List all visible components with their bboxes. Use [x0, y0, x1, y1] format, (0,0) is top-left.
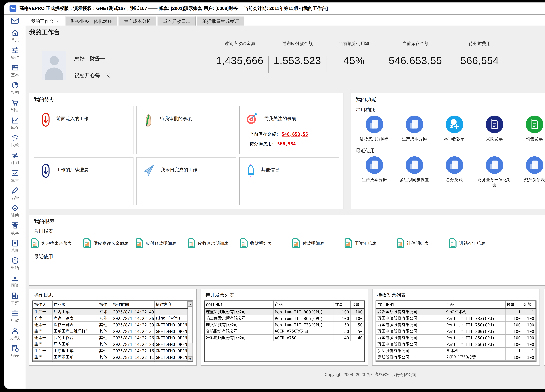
table-row[interactable]: 康旭股份有限公司 ACER V750靛蓝 100 100: [376, 354, 536, 361]
table-row[interactable]: 生产一 工序报工单 其他 2025/8/1 14:22:16 GNETDEMO …: [33, 348, 187, 354]
sidebar-item-general-ledger[interactable]: 总账: [4, 239, 25, 257]
table-row[interactable]: 联强国际股份有限公司 针式打印机 1 1: [376, 309, 536, 315]
tab-batch-voucher[interactable]: 单据批量生成凭证: [197, 16, 244, 25]
scroll-thumb[interactable]: [188, 306, 193, 343]
tab-my-workbench[interactable]: 我的工作台 ×: [25, 16, 64, 25]
tab-cost-change-log[interactable]: 成本异动日志: [158, 16, 196, 25]
report-shortcut[interactable]: 工资汇总表: [344, 238, 396, 248]
doc-icon: [405, 156, 423, 174]
report-shortcut[interactable]: 应收账款明细表: [188, 238, 240, 248]
report-shortcut[interactable]: 应付账款明细表: [135, 238, 188, 248]
scroll-up-icon[interactable]: ▲: [188, 301, 193, 306]
scroll-down-icon[interactable]: ▼: [188, 356, 193, 361]
table-row[interactable]: 仓库一 我的工作台 其他 2025/8/1 14:22:26 GNETDEMO …: [33, 335, 187, 341]
table-row[interactable]: 生产一 厂内工单 打印 2025/8/1 14:22:43: [33, 309, 187, 315]
people-network-icon: [11, 327, 19, 335]
sidebar-item-auxiliary[interactable]: 辅助: [4, 204, 25, 222]
report-shortcut[interactable]: 进销存汇总表: [449, 238, 501, 248]
fn-sales-invoice[interactable]: 销售发票: [514, 116, 545, 142]
window-title: 高格VEPRO 正式授权版，演示授权：GNET测试167，测试167 —— 账套…: [19, 5, 328, 12]
card-pending-approval[interactable]: 待我审批的事项: [136, 106, 236, 154]
fn-general-ledger[interactable]: 总分类账: [434, 156, 474, 188]
table-row[interactable]: 瑞士商爱尔莆有限公司 Pentium III 866(CPU) 100 100: [205, 315, 364, 322]
sidebar-item-planning[interactable]: 计划: [4, 151, 25, 169]
app-root: Ve 高格VEPRO 正式授权版，演示授权：GNET测试167，测试167 ——…: [0, 0, 545, 392]
fn-recent-production-cost[interactable]: 生产成本分摊: [354, 156, 394, 188]
card-other-info[interactable]: 其他信息: [239, 157, 339, 205]
report-shortcut[interactable]: 付款明细表: [292, 238, 344, 248]
card-work-progress[interactable]: 工作的后续进展: [34, 157, 134, 205]
tab-close-icon[interactable]: ×: [56, 17, 59, 25]
attention-lines: 当前库存金额:546,653,55 待分摊费用:566,554: [240, 131, 339, 147]
calendar-check-icon: [11, 169, 19, 177]
sidebar-item-cashier[interactable]: 出纳: [4, 257, 25, 274]
fn-production-cost[interactable]: 生产成本分摊: [394, 116, 434, 142]
sidebar-item-home[interactable]: 首页: [4, 29, 25, 46]
table-row[interactable]: 理文科技有限公司 Pentium III 733(CPU) 50 50: [205, 322, 364, 328]
table-row[interactable]: 万国电脑股份有限公司 Pentium III 733(CPU) 100 100: [376, 315, 536, 322]
fn-freight-allocation[interactable]: 进货费用分摊单: [354, 116, 394, 142]
table-row[interactable]: 生产一 工序派工单 其他 2025/8/1 14:22:11 GNETDEMO …: [33, 354, 187, 361]
sidebar-item-operations[interactable]: 操作: [4, 46, 25, 64]
tab-label: 成本异动日志: [163, 17, 190, 25]
tab-finance-reconcile[interactable]: 财务业务一体化对账: [65, 16, 117, 25]
card-needs-attention[interactable]: 需我关注的事项 当前库存金额:546,653,55 待分摊费用:566,554: [239, 106, 339, 154]
report-shortcut[interactable]: 收款明细表: [240, 238, 292, 248]
table-row[interactable]: 万国电脑股份有限公司 Pentium III 800(CPU) 100 100: [376, 328, 536, 335]
table-row[interactable]: 仓库一 库存一览表 功能 2025/8/1 14:22:36 Find (查询): [33, 315, 187, 322]
scrollbar[interactable]: ▲ ▼: [188, 301, 192, 361]
sidebar-item-administration[interactable]: 行政: [4, 309, 25, 327]
table-row[interactable]: 生产一 工单工序二维码打印 其他 2025/8/1 14:22:31 GNETD…: [33, 328, 187, 335]
table-row[interactable]: 合瑞股份有限公司 ACER V750珍珠白 50 50: [205, 328, 364, 335]
diamond-icon: [11, 204, 19, 212]
table-row[interactable]: 万国电脑股份有限公司 Pentium III 750(CPU) 100 100: [376, 322, 536, 328]
sidebar-item-reports[interactable]: 报表: [4, 344, 25, 362]
attention-allocation-line: 待分摊费用:566,554: [250, 141, 339, 147]
sidebar-item-basic[interactable]: 基本: [4, 64, 25, 81]
sidebar-item-fixed-assets[interactable]: 固资: [4, 274, 25, 292]
sidebar-item-inventory[interactable]: 库存: [4, 116, 25, 134]
attention-inventory-value[interactable]: 546,653,55: [282, 131, 308, 137]
card-completed-today[interactable]: 我今日完成的工作: [136, 157, 236, 205]
card-incoming-work[interactable]: 前面流入的工作: [34, 106, 134, 154]
target-dart-icon: [246, 112, 259, 127]
sidebar-item-quality[interactable]: 品管: [4, 187, 25, 204]
sidebar-item-sales[interactable]: 销售: [4, 99, 25, 116]
table-row[interactable]: 雅旭电脑股份有限公司 ACER V750 40 40: [205, 335, 364, 341]
doc-icon: [405, 116, 423, 133]
fn-multi-org-sync[interactable]: 多组织同步设置: [394, 156, 434, 188]
bell-icon: [246, 164, 256, 178]
sidebar-item-production[interactable]: 生管: [4, 169, 25, 187]
invoices-out-table: COLUMN1 产品 数量 金额 连盛科技股份有限公司 Pentium III …: [205, 301, 364, 341]
panel-invoices-out-title: 待开发票列表: [201, 289, 368, 299]
functions-recent-row: 生产成本分摊 多组织同步设置 总分类账 财务业务一体化对账: [351, 156, 545, 188]
page-title: 我的工作台: [29, 29, 60, 37]
titlebar-divider: [4, 14, 545, 15]
mail-icon[interactable]: [4, 15, 25, 25]
table-row[interactable]: 仓库一 库存一览表 其他 2025/8/1 14:22:33 GNETDEMO …: [33, 322, 187, 328]
table-row[interactable]: 生产一 厂内工单 其他 2025/8/1 14:22:23 GNETDEMO O…: [33, 341, 187, 348]
fn-balance-sheet[interactable]: 资产负债表: [514, 156, 545, 188]
sidebar-item-accounts[interactable]: 帐款: [4, 134, 25, 151]
table-row[interactable]: 生产一 我的工作台 其他 2025/8/1 14:22:07 GNETDEMO …: [33, 361, 187, 362]
sidebar-nav: 首页 操作 基本 采购 销售 库存: [4, 25, 25, 389]
table-row[interactable]: 万国电脑股份有限公司 Pentium III 866(CPU) 100 100: [376, 341, 536, 348]
fn-purchase-invoice[interactable]: 采购发票: [474, 116, 514, 142]
sidebar-item-purchasing[interactable]: 采购: [4, 81, 25, 99]
sidebar-item-execution[interactable]: 执行力: [4, 327, 25, 344]
report-shortcut[interactable]: 客户往来余额表: [31, 238, 83, 248]
attention-allocation-value[interactable]: 566,554: [277, 141, 296, 146]
tab-production-cost[interactable]: 生产成本分摊: [118, 16, 156, 25]
panel-reports: 我的报表 常用报表 客户往来余额表 供应商往来余额表 应付账款明细表: [29, 215, 545, 286]
sidebar-item-cost[interactable]: 成本: [4, 222, 25, 239]
table-row[interactable]: 万国电脑股份有限公司 Pentium III 850(CPU) 100 100: [376, 335, 536, 341]
fn-local-currency-receipt[interactable]: 本币收款单: [434, 116, 474, 142]
report-shortcut[interactable]: 供应商往来余额表: [83, 238, 135, 248]
table-row[interactable]: 连盛科技股份有限公司 Pentium III 800(CPU) 100 100: [205, 309, 364, 315]
sidebar-item-payroll[interactable]: 工资: [4, 292, 25, 309]
table-row[interactable]: 昶碇股份有限公司 复印机 1 1: [376, 348, 536, 354]
fn-finance-reconcile[interactable]: 财务业务一体化对账: [474, 156, 514, 188]
greeting-line1: 您好，财务一，: [74, 55, 116, 62]
report-shortcut[interactable]: 计件明细表: [396, 238, 449, 248]
paper-plane-icon: [143, 164, 155, 178]
